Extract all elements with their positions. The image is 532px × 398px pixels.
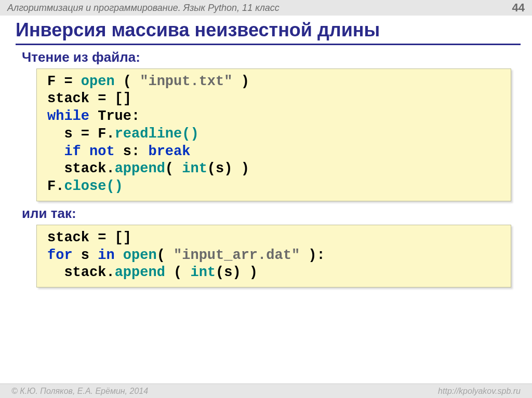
code-text: ( [157,248,174,263]
code-text: (s) ) [216,265,258,280]
code-string: "input_arr.dat" [174,248,300,263]
code-func: int [182,161,207,176]
code-text: F. [47,179,64,194]
code-text: True: [89,108,140,124]
code-text: (s) ) [207,161,249,176]
code-func: close() [64,179,123,194]
code-func: int [190,265,216,280]
section1-heading: Чтение из файла: [22,49,532,65]
code-text [115,248,123,263]
code-text: s: [115,144,149,159]
code-text: stack = [] [47,91,131,106]
code-func: readline() [115,126,199,142]
code-keyword: in [98,248,114,263]
code-text: s = F. [47,126,115,142]
section2-heading: или так: [22,205,532,222]
code-func: append [115,265,165,280]
code-func: open [123,248,157,263]
code-string: "input.txt" [140,74,232,89]
code-keyword: break [148,144,190,159]
slide-header: Алгоритмизация и программирование. Язык … [0,0,532,16]
code-block-1: F = open ( "input.txt" ) stack = [] whil… [36,68,511,201]
header-subject: Алгоритмизация и программирование. Язык … [7,3,280,13]
code-text: ( [165,265,191,280]
code-keyword: for [47,248,73,263]
code-keyword: while [47,108,89,124]
code-text: ( [165,161,182,176]
page-title: Инверсия массива неизвестной длины [16,20,521,45]
code-text: s [73,248,98,263]
slide-footer: © К.Ю. Поляков, Е.А. Ерёмин, 2014 http:/… [0,383,532,398]
code-func: open [81,74,115,89]
code-text: ( [115,74,140,89]
code-func: append [115,161,165,176]
code-text: stack. [47,161,115,176]
code-text: ): [300,248,325,263]
code-text: F = [47,74,81,89]
code-text: stack. [47,265,115,280]
footer-copyright: © К.Ю. Поляков, Е.А. Ерёмин, 2014 [11,387,148,396]
footer-url: http://kpolyakov.spb.ru [438,387,521,396]
code-text [47,144,64,159]
code-text: ) [232,74,249,89]
slide-number: 44 [512,1,525,15]
code-keyword: if not [64,144,114,159]
code-block-2: stack = [] for s in open( "input_arr.dat… [36,225,511,287]
code-text: stack = [] [47,230,131,245]
